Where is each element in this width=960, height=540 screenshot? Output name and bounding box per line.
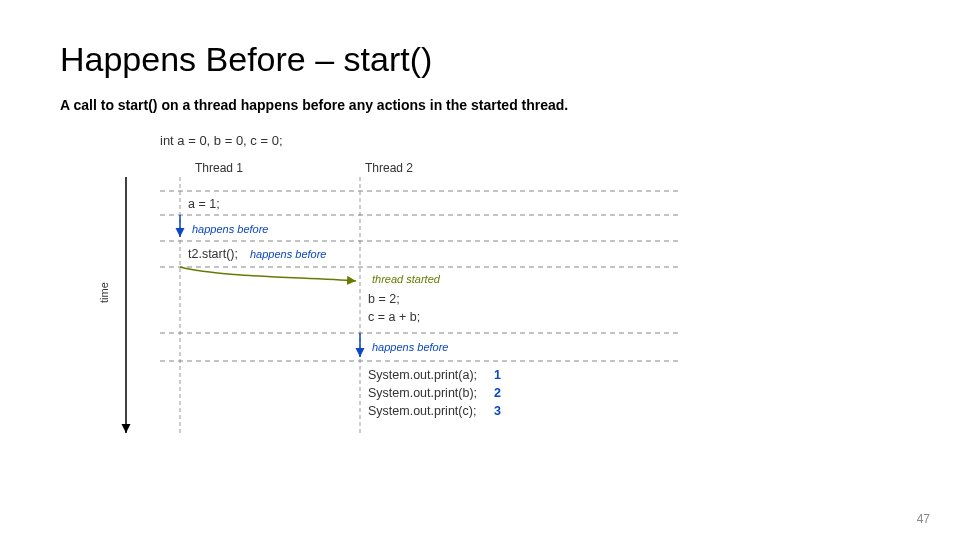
slide: Happens Before – start() A call to start… — [0, 0, 960, 540]
start-arrow — [180, 267, 356, 281]
output-3: 3 — [494, 404, 501, 418]
output-2: 2 — [494, 386, 501, 400]
t2-print3: System.out.print(c); — [368, 404, 476, 418]
t2-action1: b = 2; — [368, 292, 400, 306]
hb3-label: happens before — [372, 341, 448, 353]
hb1-label: happens before — [192, 223, 268, 235]
hb2-label: happens before — [250, 248, 326, 260]
output-1: 1 — [494, 368, 501, 382]
t2-action2: c = a + b; — [368, 310, 420, 324]
t1-action2: t2.start(); — [188, 247, 238, 261]
diagram-svg: a = 1; happens before t2.start(); happen… — [100, 133, 740, 453]
t2-print2: System.out.print(b); — [368, 386, 477, 400]
thread-started-label: thread started — [372, 273, 441, 285]
t2-print1: System.out.print(a); — [368, 368, 477, 382]
happens-before-diagram: int a = 0, b = 0, c = 0; Thread 1 Thread… — [100, 133, 740, 453]
t1-action1: a = 1; — [188, 197, 220, 211]
slide-title: Happens Before – start() — [60, 40, 900, 79]
page-number: 47 — [917, 512, 930, 526]
slide-subtitle: A call to start() on a thread happens be… — [60, 97, 900, 113]
